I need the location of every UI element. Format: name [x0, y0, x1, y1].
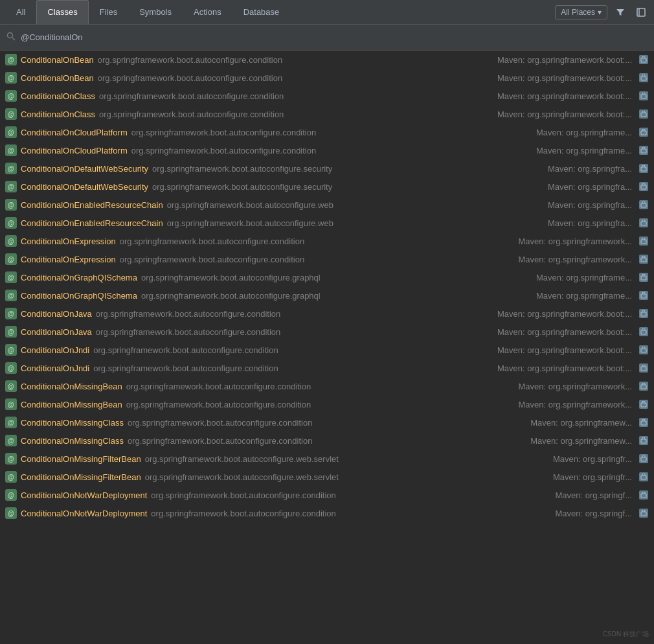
result-maven: Maven: org.springf...	[556, 490, 633, 500]
list-item[interactable]: @ConditionalOnMissingFilterBeanorg.sprin…	[0, 468, 654, 486]
list-item[interactable]: @ConditionalOnJavaorg.springframework.bo…	[0, 305, 654, 323]
result-maven: Maven: org.springframew...	[530, 418, 632, 428]
list-item[interactable]: @ConditionalOnDefaultWebSecurityorg.spri…	[0, 159, 654, 178]
annotation-icon: @	[5, 417, 17, 428]
list-item[interactable]: @ConditionalOnEnabledResourceChainorg.sp…	[0, 196, 654, 214]
list-item[interactable]: @ConditionalOnGraphQISchemaorg.springfra…	[0, 286, 654, 305]
result-package: org.springframework.boot.autoconfigure.c…	[126, 382, 515, 391]
tab-all[interactable]: All	[5, 0, 36, 24]
annotation-icon: @	[5, 398, 17, 410]
scope-icon	[638, 363, 649, 373]
annotation-icon: @	[5, 290, 17, 301]
result-package: org.springframework.boot.autoconfigure.w…	[167, 218, 544, 228]
svg-rect-8	[641, 131, 646, 135]
result-package: org.springframework.boot.autoconfigure.s…	[152, 164, 544, 174]
result-class-name: ConditionalOnMissingBean	[21, 382, 122, 391]
result-package: org.springframework.boot.autoconfigure.c…	[151, 490, 551, 500]
result-class-name: ConditionalOnGraphQISchema	[21, 273, 137, 282]
list-item[interactable]: @ConditionalOnCloudPlatformorg.springfra…	[0, 141, 654, 159]
scope-icon	[638, 200, 649, 210]
list-item[interactable]: @ConditionalOnCloudPlatformorg.springfra…	[0, 123, 654, 141]
result-maven: Maven: org.springframework.boot:...	[497, 345, 632, 355]
scope-icon	[638, 345, 649, 355]
result-maven: Maven: org.springframe...	[536, 128, 632, 137]
result-package: org.springframework.boot.autoconfigure.g…	[141, 273, 532, 282]
list-item[interactable]: @ConditionalOnGraphQISchemaorg.springfra…	[0, 268, 654, 286]
result-package: org.springframework.boot.autoconfigure.c…	[99, 109, 493, 119]
list-item[interactable]: @ConditionalOnClassorg.springframework.b…	[0, 87, 654, 105]
tab-actions[interactable]: Actions	[183, 0, 232, 24]
svg-rect-5	[641, 76, 646, 80]
svg-rect-21	[641, 367, 646, 371]
list-item[interactable]: @ConditionalOnExpressionorg.springframew…	[0, 250, 654, 268]
list-item[interactable]: @ConditionalOnEnabledResourceChainorg.sp…	[0, 214, 654, 232]
svg-rect-0	[637, 8, 645, 16]
result-class-name: ConditionalOnMissingClass	[21, 418, 124, 428]
list-item[interactable]: @ConditionalOnJndiorg.springframework.bo…	[0, 341, 654, 359]
result-package: org.springframework.boot.autoconfigure.c…	[151, 509, 551, 518]
annotation-icon: @	[5, 489, 17, 501]
tab-database[interactable]: Database	[232, 0, 291, 24]
svg-rect-27	[641, 476, 646, 479]
result-maven: Maven: org.springframework...	[518, 255, 632, 264]
result-class-name: ConditionalOnJndi	[21, 363, 89, 373]
result-class-name: ConditionalOnDefaultWebSecurity	[21, 182, 148, 192]
result-package: org.springframework.boot.autoconfigure.c…	[131, 128, 532, 137]
list-item[interactable]: @ConditionalOnMissingBeanorg.springframe…	[0, 395, 654, 413]
annotation-icon: @	[5, 181, 17, 192]
list-item[interactable]: @ConditionalOnJndiorg.springframework.bo…	[0, 359, 654, 377]
list-item[interactable]: @ConditionalOnExpressionorg.springframew…	[0, 232, 654, 250]
result-maven: Maven: org.springframe...	[536, 291, 632, 301]
all-places-button[interactable]: All Places ▾	[555, 5, 607, 19]
svg-rect-29	[641, 512, 646, 516]
result-class-name: ConditionalOnJava	[21, 327, 92, 337]
list-item[interactable]: @ConditionalOnNotWarDeploymentorg.spring…	[0, 504, 654, 522]
result-package: org.springframework.boot.autoconfigure.w…	[167, 200, 544, 210]
result-package: org.springframework.boot.autoconfigure.c…	[93, 345, 493, 355]
result-maven: Maven: org.springframework.boot:...	[497, 109, 632, 119]
list-item[interactable]: @ConditionalOnMissingClassorg.springfram…	[0, 431, 654, 450]
result-class-name: ConditionalOnMissingBean	[21, 400, 122, 409]
list-item[interactable]: @ConditionalOnMissingClassorg.springfram…	[0, 413, 654, 431]
result-class-name: ConditionalOnMissingFilterBean	[21, 472, 141, 482]
annotation-icon: @	[5, 144, 17, 156]
result-class-name: ConditionalOnEnabledResourceChain	[21, 218, 163, 228]
list-item[interactable]: @ConditionalOnNotWarDeploymentorg.spring…	[0, 486, 654, 504]
tab-files[interactable]: Files	[89, 0, 128, 24]
svg-rect-7	[641, 113, 646, 117]
scope-icon	[638, 254, 649, 264]
svg-rect-23	[641, 403, 646, 407]
result-maven: Maven: org.springframew...	[530, 436, 632, 446]
annotation-icon: @	[5, 308, 17, 319]
search-input[interactable]	[21, 32, 648, 42]
list-item[interactable]: @ConditionalOnBeanorg.springframework.bo…	[0, 69, 654, 87]
scope-icon	[638, 54, 649, 65]
result-class-name: ConditionalOnMissingClass	[21, 436, 124, 446]
result-package: org.springframework.boot.autoconfigure.c…	[120, 255, 515, 264]
svg-rect-11	[641, 185, 646, 189]
list-item[interactable]: @ConditionalOnClassorg.springframework.b…	[0, 105, 654, 123]
result-package: org.springframework.boot.autoconfigure.c…	[93, 363, 493, 373]
list-item[interactable]: @ConditionalOnDefaultWebSecurityorg.spri…	[0, 178, 654, 196]
tab-classes[interactable]: Classes	[36, 0, 88, 24]
tab-symbols[interactable]: Symbols	[128, 0, 183, 24]
annotation-icon: @	[5, 108, 17, 120]
result-package: org.springframework.boot.autoconfigure.c…	[96, 327, 493, 337]
result-maven: Maven: org.springf...	[556, 509, 633, 518]
result-maven: Maven: org.springfra...	[548, 164, 632, 174]
list-item[interactable]: @ConditionalOnMissingBeanorg.springframe…	[0, 377, 654, 395]
expand-icon[interactable]	[633, 5, 649, 20]
list-item[interactable]: @ConditionalOnBeanorg.springframework.bo…	[0, 51, 654, 69]
annotation-icon: @	[5, 471, 17, 483]
scope-icon	[638, 381, 649, 391]
filter-icon[interactable]	[613, 5, 628, 20]
chevron-down-icon: ▾	[598, 8, 602, 17]
list-item[interactable]: @ConditionalOnJavaorg.springframework.bo…	[0, 323, 654, 341]
results-list: @ConditionalOnBeanorg.springframework.bo…	[0, 51, 654, 644]
list-item[interactable]: @ConditionalOnMissingFilterBeanorg.sprin…	[0, 450, 654, 468]
result-maven: Maven: org.springframework...	[518, 236, 632, 246]
svg-rect-22	[641, 385, 646, 389]
result-class-name: ConditionalOnCloudPlatform	[21, 146, 128, 155]
result-package: org.springframework.boot.autoconfigure.w…	[145, 454, 549, 464]
svg-rect-16	[641, 276, 646, 280]
